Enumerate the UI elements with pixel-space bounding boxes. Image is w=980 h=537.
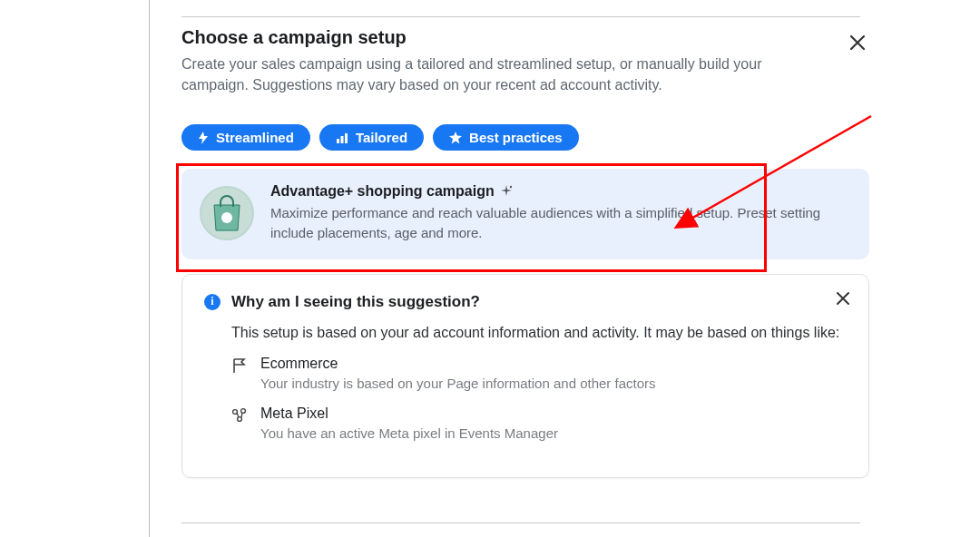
info-title: Why am I seeing this suggestion?	[231, 293, 480, 311]
panel-subtitle: Create your sales campaign using a tailo…	[181, 54, 799, 95]
sparkle-icon	[500, 185, 513, 198]
svg-rect-0	[337, 139, 339, 143]
option-advantage-plus[interactable]: Advantage+ shopping campaign Maximize pe…	[181, 169, 869, 259]
reason-ecommerce: Ecommerce Your industry is based on your…	[231, 356, 847, 391]
chip-label: Tailored	[356, 130, 407, 145]
flag-icon	[231, 356, 250, 374]
chip-label: Streamlined	[216, 130, 294, 145]
close-icon[interactable]	[846, 31, 869, 54]
info-description: This setup is based on your ad account i…	[231, 322, 847, 343]
option-title: Advantage+ shopping campaign	[270, 183, 495, 200]
svg-rect-2	[345, 133, 348, 143]
svg-rect-1	[340, 136, 343, 143]
panel-title: Choose a campaign setup	[181, 27, 799, 48]
info-icon: i	[204, 294, 220, 310]
reason-list: Ecommerce Your industry is based on your…	[231, 356, 847, 441]
reason-description: You have an active Meta pixel in Events …	[260, 425, 558, 441]
reason-title: Ecommerce	[260, 356, 656, 372]
reason-title: Meta Pixel	[260, 405, 558, 422]
shopping-bag-icon	[200, 186, 254, 240]
pixel-icon	[231, 405, 250, 424]
svg-point-4	[510, 186, 512, 188]
panel-header: Choose a campaign setup Create your sale…	[181, 27, 869, 95]
reason-description: Your industry is based on your Page info…	[260, 376, 656, 391]
star-icon	[449, 132, 462, 144]
suggestion-info-card: i Why am I seeing this suggestion? This …	[181, 274, 869, 478]
section-divider-bottom	[181, 522, 860, 523]
svg-point-3	[221, 212, 232, 223]
bar-chart-icon	[336, 132, 348, 143]
section-divider-top	[181, 16, 860, 17]
chip-best-practices[interactable]: Best practices	[433, 124, 579, 151]
chip-label: Best practices	[469, 130, 563, 145]
campaign-setup-panel: Choose a campaign setup Create your sale…	[181, 27, 869, 478]
close-icon[interactable]	[836, 291, 850, 306]
svg-point-7	[238, 417, 242, 422]
option-title-row: Advantage+ shopping campaign	[270, 183, 513, 200]
svg-point-6	[241, 409, 246, 414]
reason-meta-pixel: Meta Pixel You have an active Meta pixel…	[231, 405, 847, 441]
chip-streamlined[interactable]: Streamlined	[181, 124, 310, 151]
chip-tailored[interactable]: Tailored	[319, 124, 424, 151]
option-description: Maximize performance and reach valuable …	[270, 203, 851, 243]
page-divider-vertical	[149, 0, 150, 537]
bolt-icon	[198, 132, 209, 144]
chip-row: Streamlined Tailored Best practices	[181, 124, 869, 151]
info-header: i Why am I seeing this suggestion?	[204, 293, 847, 311]
